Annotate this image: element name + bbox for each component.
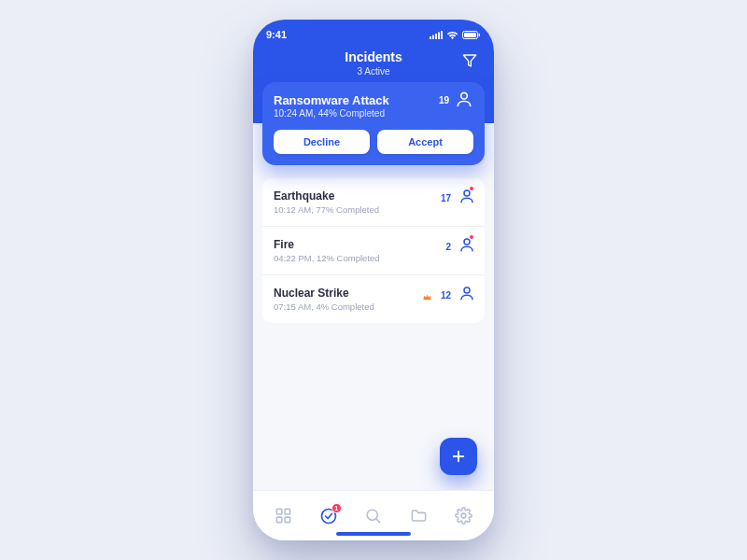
svg-marker-8	[463, 55, 475, 66]
decline-button[interactable]: Decline	[274, 130, 370, 154]
tab-bar: 1	[253, 490, 494, 540]
filter-icon	[462, 53, 477, 68]
grid-icon	[275, 507, 292, 525]
incident-list: Earthquake 10:12 AM, 77% Completed 17 Fi…	[262, 178, 485, 323]
incident-subtitle: 04:22 PM, 12% Completed	[274, 253, 473, 263]
incident-title: Fire	[274, 238, 473, 251]
tab-dashboard[interactable]	[269, 502, 297, 530]
crown-icon	[422, 289, 432, 306]
featured-actions: Decline Accept	[274, 130, 473, 154]
svg-point-9	[461, 92, 468, 99]
svg-point-10	[464, 190, 470, 196]
tab-files[interactable]	[404, 502, 432, 530]
svg-rect-4	[441, 31, 443, 39]
tab-search[interactable]	[359, 502, 388, 530]
featured-people-count: 19	[439, 95, 449, 105]
tab-incidents[interactable]: 1	[315, 502, 343, 530]
svg-rect-16	[285, 509, 290, 514]
alert-dot-icon	[469, 234, 474, 240]
featured-incident-card[interactable]: Ransomware Attack 10:24 AM, 44% Complete…	[262, 82, 485, 165]
tab-settings[interactable]	[450, 502, 478, 530]
status-bar: 9:41	[266, 29, 481, 40]
home-indicator[interactable]	[336, 532, 411, 536]
svg-rect-15	[276, 509, 282, 514]
incident-people-count: 17	[441, 193, 451, 203]
svg-rect-18	[285, 517, 290, 523]
svg-point-12	[464, 287, 470, 293]
svg-point-11	[464, 239, 470, 245]
page-subtitle: 3 Active	[266, 66, 481, 77]
svg-rect-7	[479, 33, 481, 35]
accept-button[interactable]: Accept	[377, 130, 473, 154]
person-icon	[455, 90, 473, 112]
featured-subtitle: 10:24 AM, 44% Completed	[274, 108, 473, 119]
folder-icon	[410, 507, 428, 525]
filter-button[interactable]	[458, 49, 481, 72]
incident-people-count: 2	[445, 242, 451, 252]
svg-rect-2	[435, 34, 437, 39]
person-icon	[458, 285, 475, 305]
search-icon	[364, 507, 382, 525]
incident-row[interactable]: Fire 04:22 PM, 12% Completed 2	[262, 227, 485, 275]
status-icons	[430, 31, 481, 39]
page-title: Incidents	[266, 49, 481, 65]
svg-rect-0	[430, 36, 431, 39]
svg-rect-3	[438, 32, 440, 39]
alert-dot-icon	[469, 186, 474, 191]
incident-subtitle: 10:12 AM, 77% Completed	[274, 204, 473, 215]
status-time: 9:41	[266, 29, 287, 40]
title-bar: Incidents 3 Active	[266, 49, 481, 77]
gear-icon	[455, 507, 472, 525]
signal-icon	[430, 31, 443, 39]
incident-people-count: 12	[441, 290, 451, 301]
incident-row[interactable]: Nuclear Strike 07:15 AM, 4% Completed 12	[262, 275, 485, 323]
battery-icon	[462, 31, 481, 39]
plus-icon	[450, 448, 467, 465]
phone-frame: 9:41 Incidents 3 Active Ransomware Attac…	[253, 20, 494, 540]
incident-row[interactable]: Earthquake 10:12 AM, 77% Completed 17	[262, 178, 485, 227]
svg-point-22	[461, 513, 466, 518]
add-incident-button[interactable]	[440, 438, 477, 475]
svg-rect-1	[432, 35, 434, 39]
tab-badge: 1	[331, 503, 342, 513]
incident-subtitle: 07:15 AM, 4% Completed	[274, 301, 473, 312]
svg-rect-17	[276, 517, 282, 523]
svg-line-21	[377, 519, 381, 523]
wifi-icon	[446, 31, 458, 39]
svg-rect-6	[464, 33, 476, 37]
